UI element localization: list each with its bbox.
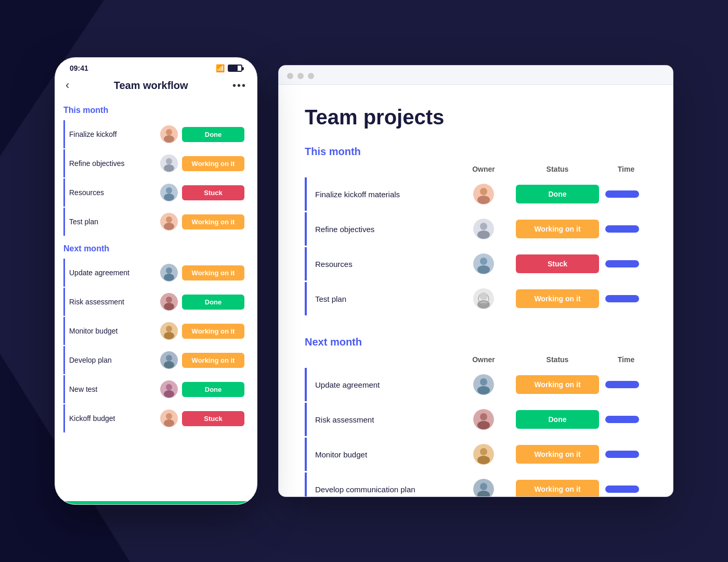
phone-next-month-task-kickoff: Kickoff budget Stuck [63,404,249,432]
svg-point-10 [166,216,172,223]
task-name: Test plan [69,218,156,226]
svg-point-28 [166,413,172,419]
phone-this-month-task-refine: Refine objectives Working on it [63,149,249,177]
svg-point-51 [480,448,487,455]
col-time: Time [605,165,647,173]
phone-this-month-task-resources: Resources Stuck [63,178,249,207]
timeline-bar [605,295,639,302]
avatar [160,125,178,143]
status-badge: Done [516,185,599,203]
more-menu-button[interactable]: ••• [232,80,246,92]
task-name: Risk assessment [307,415,451,424]
phone-this-month-label: This month [63,106,249,115]
desktop-task-monitor: Monitor budget Working on it [305,438,647,471]
svg-point-49 [477,421,490,429]
task-name: Develop communication plan [307,485,451,494]
owner-avatar [458,444,510,465]
task-name: New test [69,385,156,393]
svg-point-45 [480,378,487,386]
scene-container: 09:41 📶 ‹ Team workflow ••• This month F… [55,57,673,505]
svg-point-5 [164,164,174,172]
svg-point-52 [477,456,490,464]
battery-icon [228,65,242,72]
phone-time: 09:41 [70,64,88,72]
back-button[interactable]: ‹ [66,79,69,92]
status-badge: Stuck [182,411,244,426]
desktop-task-update: Update agreement Working on it [305,368,647,401]
timeline-bar [605,225,639,233]
svg-point-31 [480,188,487,195]
svg-point-16 [166,297,172,303]
status-badge: Working on it [182,214,244,229]
phone-next-month-task-update: Update agreement Working on it [63,259,249,287]
phone-content: This month Finalize kickoff Done Refine … [55,97,257,501]
status-badge: Working on it [182,324,244,339]
svg-point-1 [166,129,172,135]
svg-point-13 [166,267,172,274]
status-badge: Stuck [516,254,599,273]
svg-point-11 [164,223,174,230]
timeline-bar [605,190,639,198]
status-icons: 📶 [216,64,242,72]
task-name: Resources [307,260,451,269]
owner-avatar [458,253,510,274]
timeline-bar [605,451,639,458]
timeline-bar [605,416,639,423]
svg-point-34 [480,223,487,230]
desktop-task-resources: Resources Stuck [305,247,647,280]
status-badge: Working on it [516,480,599,496]
status-badge: Working on it [182,156,244,171]
desktop-this-month-table: Owner Status Time Finalize kickoff mater… [305,165,647,315]
col-time: Time [605,355,647,364]
status-badge: Working on it [516,220,599,238]
table-header: Owner Status Time [305,165,647,177]
svg-point-19 [166,326,172,332]
task-name: Finalize kickoff [69,130,156,138]
task-name: Refine objectives [69,159,156,168]
owner-avatar [458,219,510,239]
svg-point-7 [166,187,172,194]
avatar [160,293,178,311]
svg-point-54 [480,483,487,490]
svg-point-8 [164,194,174,201]
phone-next-month-task-newtest: New test Done [63,375,249,403]
task-name: Monitor budget [69,327,156,335]
desktop-next-month-table: Owner Status Time Update agreement [305,355,647,496]
status-badge: Working on it [516,375,599,394]
browser-content: Team projects This month Owner Status Ti… [279,85,673,496]
task-name: Kickoff budget [69,414,156,423]
task-name: Test plan [307,295,451,303]
wifi-icon: 📶 [216,64,225,72]
col-task [305,165,451,173]
task-name: Develop plan [69,356,156,364]
col-status: Status [516,355,599,364]
svg-point-32 [477,196,490,204]
svg-point-38 [477,265,490,274]
browser-dot-red [287,73,293,79]
timeline-bar [605,381,639,388]
col-task [305,355,451,364]
task-name: Risk assessment [69,298,156,306]
owner-avatar [458,288,510,309]
desktop-task-develop-comm: Develop communication plan Working on it [305,472,647,496]
svg-point-4 [166,158,172,164]
owner-avatar [458,374,510,395]
desktop-this-month-label: This month [305,146,647,158]
svg-point-20 [164,332,174,339]
phone-this-month-task-finalize: Finalize kickoff Done [63,120,249,148]
desktop-browser: Team projects This month Owner Status Ti… [278,65,673,497]
svg-point-29 [164,419,174,427]
status-badge: Done [516,410,599,429]
phone-next-month-task-risk: Risk assessment Done [63,288,249,316]
desktop-task-finalize: Finalize kickoff materials Done [305,177,647,211]
status-badge: Working on it [516,445,599,464]
svg-point-14 [164,274,174,281]
page-title: Team projects [305,106,647,129]
col-owner: Owner [458,165,510,173]
status-badge: Stuck [182,185,244,200]
phone-status-bar: 09:41 📶 [55,58,257,74]
phone-header: ‹ Team workflow ••• [55,74,257,97]
browser-titlebar [279,66,673,85]
timeline-bar [605,486,639,493]
phone-this-month-task-testplan: Test plan Working on it [63,208,249,236]
